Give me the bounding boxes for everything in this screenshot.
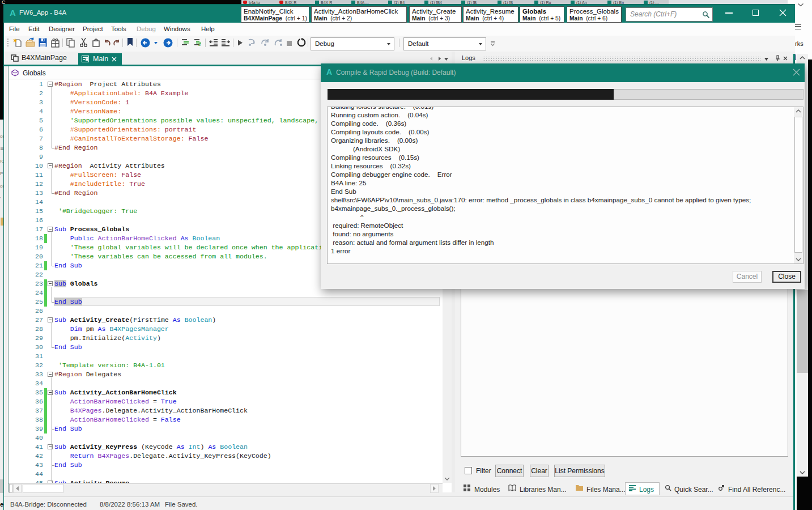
svg-text:2: 2 [198, 42, 201, 47]
